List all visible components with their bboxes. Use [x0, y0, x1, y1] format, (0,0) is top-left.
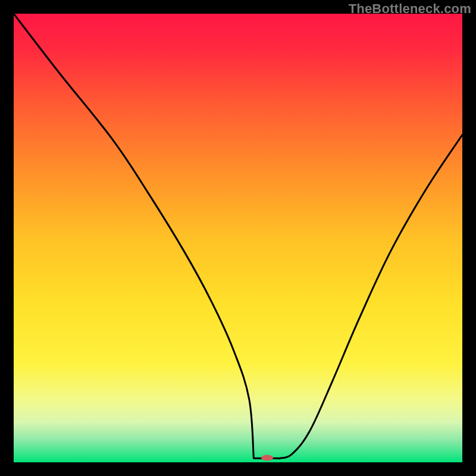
optimal-marker: [261, 455, 273, 461]
plot-area: [14, 14, 462, 462]
chart-frame: TheBottleneck.com: [0, 0, 476, 476]
gradient-background: [14, 14, 462, 462]
chart-svg: [14, 14, 462, 462]
